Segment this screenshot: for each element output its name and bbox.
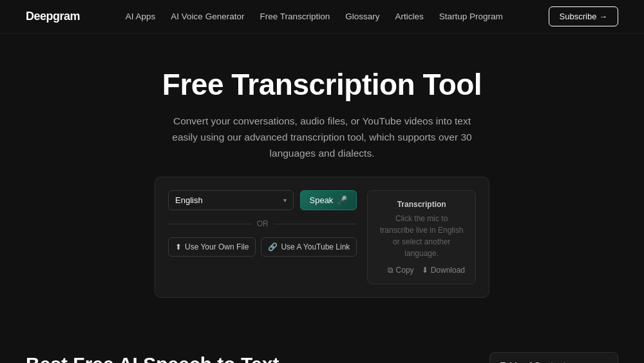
divider-line-right: [274, 224, 357, 224]
controls-row: English ▾ Speak 🎤: [168, 190, 357, 210]
copy-icon: ⧉: [388, 266, 393, 275]
language-value: English: [175, 195, 203, 205]
hero-section: Free Transcription Tool Convert your con…: [0, 34, 644, 319]
nav-ai-voice-generator[interactable]: AI Voice Generator: [171, 12, 244, 21]
language-select[interactable]: English ▾: [168, 190, 294, 210]
transcription-panel: Transcription Click the mic to transcrib…: [367, 190, 476, 284]
transcription-placeholder: Click the mic to transcribe live in Engl…: [378, 213, 465, 259]
use-youtube-label: Use A YouTube Link: [281, 242, 350, 251]
speak-button[interactable]: Speak 🎤: [300, 190, 357, 210]
speak-label: Speak: [310, 195, 334, 205]
article-title: Best Free AI Speech to Text: [26, 352, 464, 363]
hero-title: Free Transcription Tool: [26, 67, 618, 102]
table-of-contents: Table of Contents ∧ Best Free AI Speech …: [489, 352, 618, 363]
or-label: OR: [257, 219, 269, 228]
nav-ai-apps[interactable]: AI Apps: [126, 12, 156, 21]
download-icon: ⬇: [422, 266, 428, 275]
chevron-down-icon: ▾: [283, 197, 287, 204]
use-youtube-link-button[interactable]: 🔗 Use A YouTube Link: [261, 237, 357, 257]
upload-icon: ⬆: [175, 242, 182, 251]
tool-controls: English ▾ Speak 🎤 OR ⬆ Use Your Own File: [168, 190, 357, 284]
article-content: Best Free AI Speech to Text Looking for …: [26, 352, 464, 363]
nav-glossary[interactable]: Glossary: [345, 12, 379, 21]
or-divider: OR: [168, 219, 357, 228]
transcription-actions: ⧉ Copy ⬇ Download: [378, 266, 465, 275]
nav-articles[interactable]: Articles: [395, 12, 423, 21]
download-button[interactable]: ⬇ Download: [422, 266, 465, 275]
nav-links: AI Apps AI Voice Generator Free Transcri…: [126, 12, 503, 21]
transcription-top: Transcription Click the mic to transcrib…: [378, 200, 465, 259]
use-file-label: Use Your Own File: [185, 242, 249, 251]
copy-label: Copy: [396, 266, 414, 275]
hero-subtitle: Convert your conversations, audio files,…: [167, 113, 477, 161]
file-buttons: ⬆ Use Your Own File 🔗 Use A YouTube Link: [168, 237, 357, 257]
copy-button[interactable]: ⧉ Copy: [388, 266, 414, 275]
nav-free-transcription[interactable]: Free Transcription: [260, 12, 330, 21]
download-label: Download: [431, 266, 465, 275]
toc-header: Table of Contents ∧: [490, 353, 618, 363]
subscribe-button[interactable]: Subscribe →: [549, 6, 618, 26]
use-own-file-button[interactable]: ⬆ Use Your Own File: [168, 237, 256, 257]
divider-line-left: [168, 224, 252, 224]
site-logo[interactable]: Deepgram: [26, 10, 80, 23]
transcription-tool-card: English ▾ Speak 🎤 OR ⬆ Use Your Own File: [155, 177, 489, 298]
transcription-header: Transcription: [378, 200, 465, 209]
link-icon: 🔗: [268, 242, 278, 251]
bottom-section: Best Free AI Speech to Text Looking for …: [0, 319, 644, 363]
toc-title: Table of Contents: [500, 360, 571, 363]
nav-startup-program[interactable]: Startup Program: [439, 12, 503, 21]
mic-icon: 🎤: [337, 195, 347, 205]
navbar: Deepgram AI Apps AI Voice Generator Free…: [0, 0, 644, 34]
